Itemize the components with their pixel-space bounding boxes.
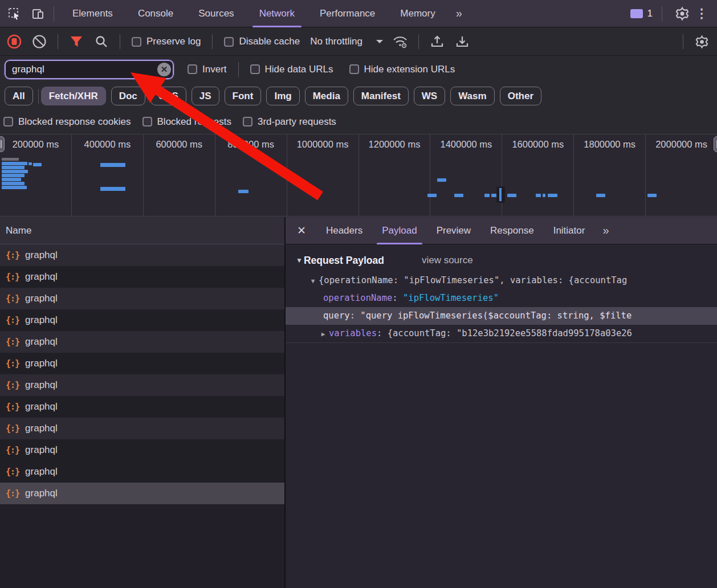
blocked-requests-checkbox[interactable] <box>142 117 152 126</box>
request-row[interactable]: {:}graphql <box>0 288 284 309</box>
hide-extension-urls-checkbox[interactable] <box>349 64 359 74</box>
device-toolbar-icon[interactable] <box>28 4 48 23</box>
disable-cache-checkbox-group[interactable]: Disable cache <box>224 36 300 47</box>
timeline-right-handle[interactable] <box>714 136 717 152</box>
blocked-response-cookies-group[interactable]: Blocked response cookies <box>3 116 131 128</box>
network-settings-gear-icon[interactable] <box>693 33 710 50</box>
name-column-header[interactable]: Name <box>0 217 284 244</box>
timeline-request-bar <box>536 194 541 197</box>
filter-input[interactable] <box>5 60 174 79</box>
blocked-requests-group[interactable]: Blocked requests <box>142 116 231 128</box>
invert-checkbox[interactable] <box>188 64 197 74</box>
payload-row-query-selected[interactable]: query: "query ipFlowTimeseries($accountT… <box>286 307 717 325</box>
hide-data-urls-checkbox[interactable] <box>250 64 260 74</box>
third-party-requests-group[interactable]: 3rd-party requests <box>243 116 336 128</box>
blocked-response-cookies-checkbox[interactable] <box>3 117 13 126</box>
request-name: graphql <box>25 466 58 477</box>
request-row[interactable]: {:}graphql <box>0 418 284 439</box>
invert-checkbox-group[interactable]: Invert <box>188 64 227 75</box>
more-detail-tabs-button[interactable]: » <box>594 224 616 237</box>
hide-data-urls-checkbox-group[interactable]: Hide data URLs <box>250 64 333 75</box>
request-row[interactable]: {:}graphql <box>0 331 284 353</box>
timeline-request-bar <box>454 194 463 197</box>
detail-tab-initiator[interactable]: Initiator <box>544 217 595 244</box>
clear-filter-icon[interactable]: ✕ <box>157 63 171 76</box>
record-network-log-icon[interactable] <box>6 33 23 50</box>
caret-down-icon[interactable]: ▼ <box>307 272 319 289</box>
tab-performance[interactable]: Performance <box>307 0 388 27</box>
request-row[interactable]: {:}graphql <box>0 439 284 461</box>
clear-network-log-icon[interactable] <box>31 33 48 50</box>
request-row[interactable]: {:}graphql <box>0 461 284 483</box>
disable-cache-checkbox[interactable] <box>224 37 234 47</box>
tab-sources[interactable]: Sources <box>186 0 246 27</box>
type-chip-other[interactable]: Other <box>500 87 541 105</box>
type-chip-all[interactable]: All <box>5 87 33 105</box>
filter-funnel-icon[interactable] <box>68 33 85 50</box>
type-chip-font[interactable]: Font <box>225 87 262 105</box>
payload-row-variables[interactable]: ▶variables: {accountTag: "b12e3b2192ee55… <box>286 325 717 342</box>
payload-row-operationName[interactable]: operationName: "ipFlowTimeseries" <box>286 289 717 307</box>
json-icon: {:} <box>6 293 19 304</box>
more-tabs-button[interactable]: » <box>448 7 469 20</box>
payload-root-line[interactable]: ▼{operationName: "ipFlowTimeseries", var… <box>286 272 717 289</box>
type-chip-doc[interactable]: Doc <box>111 87 145 105</box>
detail-tab-payload[interactable]: Payload <box>372 217 426 244</box>
timeline-request-bar <box>484 194 490 197</box>
view-source-link[interactable]: view source <box>422 255 473 266</box>
request-row[interactable]: {:}graphql <box>0 396 284 418</box>
type-chip-ws[interactable]: WS <box>414 87 445 105</box>
settings-gear-icon[interactable] <box>673 4 692 23</box>
json-icon: {:} <box>6 423 19 434</box>
type-chip-css[interactable]: CSS <box>150 87 186 105</box>
timeline-left-handle[interactable] <box>0 136 5 152</box>
network-overview-timeline[interactable]: 200000 ms 400000 ms 600000 ms 800000 ms … <box>0 134 717 217</box>
request-row[interactable]: {:}graphql <box>0 266 284 288</box>
json-icon: {:} <box>6 250 19 260</box>
request-row[interactable]: {:}graphql <box>0 309 284 331</box>
type-chip-fetch-xhr[interactable]: Fetch/XHR <box>41 87 106 105</box>
detail-tab-response[interactable]: Response <box>480 217 544 244</box>
kebab-menu-icon[interactable]: ⋮ <box>692 6 717 21</box>
preserve-log-checkbox-group[interactable]: Preserve log <box>132 36 201 47</box>
close-icon[interactable]: ✕ <box>286 224 316 237</box>
request-row[interactable]: {:}graphql <box>0 374 284 396</box>
tab-memory[interactable]: Memory <box>388 0 447 27</box>
type-chip-manifest[interactable]: Manifest <box>353 87 409 105</box>
tab-elements[interactable]: Elements <box>60 0 125 27</box>
json-icon: {:} <box>6 488 19 499</box>
divider <box>238 62 239 77</box>
third-party-requests-checkbox[interactable] <box>243 117 252 126</box>
caret-right-icon[interactable]: ▶ <box>317 325 329 342</box>
tab-network[interactable]: Network <box>247 0 307 27</box>
request-name: graphql <box>25 336 58 348</box>
type-chip-wasm[interactable]: Wasm <box>450 87 494 105</box>
inspect-element-icon[interactable] <box>5 4 24 23</box>
preserve-log-checkbox[interactable] <box>132 37 141 47</box>
detail-tab-preview[interactable]: Preview <box>427 217 480 244</box>
type-chip-media[interactable]: Media <box>305 87 348 105</box>
timeline-request-bar <box>543 194 545 197</box>
type-chip-js[interactable]: JS <box>192 87 219 105</box>
network-conditions-icon[interactable] <box>392 33 409 50</box>
request-row[interactable]: {:}graphql <box>0 244 284 266</box>
detail-tab-headers[interactable]: Headers <box>316 217 372 244</box>
payload-separator: : <box>392 293 403 303</box>
request-payload-section-header[interactable]: ▼ Request Payload view source <box>286 249 717 272</box>
request-name: graphql <box>25 401 58 413</box>
throttling-value: No throttling <box>310 36 362 47</box>
tab-console[interactable]: Console <box>125 0 186 27</box>
import-har-icon[interactable] <box>429 33 446 50</box>
hide-extension-urls-checkbox-group[interactable]: Hide extension URLs <box>349 64 455 75</box>
request-row-selected[interactable]: {:}graphql <box>0 483 284 504</box>
request-row[interactable]: {:}graphql <box>0 353 284 374</box>
timeline-request-bar <box>33 163 42 166</box>
throttling-select[interactable]: No throttling <box>310 36 383 47</box>
issues-icon[interactable] <box>630 9 643 18</box>
dropdown-arrow-icon <box>376 40 383 47</box>
timeline-request-bar <box>2 186 27 189</box>
timeline-request-bar <box>100 163 125 167</box>
search-icon[interactable] <box>93 33 110 50</box>
export-har-icon[interactable] <box>454 33 471 50</box>
type-chip-img[interactable]: Img <box>266 87 299 105</box>
